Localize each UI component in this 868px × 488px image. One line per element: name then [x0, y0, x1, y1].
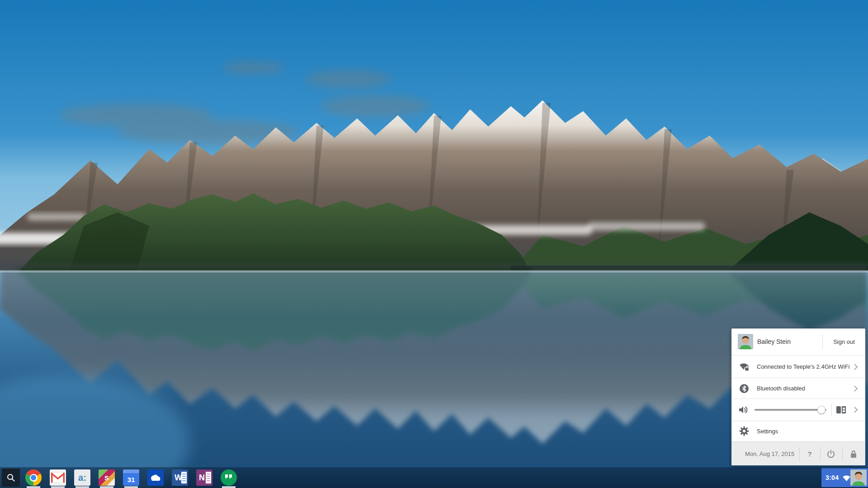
onenote-icon: N — [196, 469, 212, 486]
running-indicator — [222, 486, 236, 488]
help-button[interactable]: ? — [801, 442, 819, 466]
user-row: Bailey Stein Sign out — [731, 328, 865, 355]
word-icon: W — [172, 469, 188, 486]
volume-row — [731, 399, 865, 421]
slack-glyph: s — [104, 473, 109, 483]
bluetooth-row[interactable]: Bluetooth disabled — [731, 378, 865, 399]
shelf-app-chrome[interactable] — [24, 469, 42, 487]
user-avatar — [738, 334, 753, 349]
chevron-right-icon — [854, 385, 858, 392]
anydo-icon: a: — [74, 469, 90, 486]
divider — [842, 447, 843, 460]
google-calendar-icon: 31 — [123, 469, 139, 486]
launcher-button[interactable] — [2, 469, 20, 487]
running-indicator — [100, 486, 113, 488]
clock: 3:04 — [826, 474, 839, 481]
bluetooth-label: Bluetooth disabled — [757, 385, 805, 392]
date-label: Mon, Aug 17, 2015 — [745, 450, 794, 457]
tray-avatar — [850, 469, 867, 486]
running-indicator — [51, 486, 65, 488]
running-indicator — [75, 486, 89, 488]
anydo-glyph-a: a — [78, 473, 83, 483]
chrome-icon — [25, 469, 42, 486]
wifi-secured-icon — [739, 362, 750, 371]
speaker-icon — [738, 405, 748, 414]
settings-label: Settings — [757, 428, 778, 435]
volume-slider[interactable] — [755, 409, 826, 411]
onenote-glyph: N — [199, 473, 205, 483]
shelf-app-hangouts[interactable] — [220, 469, 238, 487]
shelf-app-word[interactable]: W — [171, 469, 189, 487]
bluetooth-icon — [739, 384, 749, 394]
gear-icon — [739, 426, 749, 436]
shelf-app-calendar[interactable]: 31 — [122, 469, 140, 487]
status-menu-popup: Bailey Stein Sign out Connected to Teepl… — [731, 328, 865, 465]
calendar-day-number: 31 — [127, 473, 135, 486]
shelf-apps: a: s 31 — [24, 469, 238, 487]
search-icon — [6, 473, 15, 482]
divider — [831, 404, 832, 416]
lock-screen-button[interactable] — [844, 442, 863, 466]
shelf-app-slack[interactable]: s — [98, 469, 116, 487]
power-icon — [826, 450, 835, 459]
settings-row[interactable]: Settings — [731, 421, 865, 441]
gmail-icon — [50, 469, 66, 486]
anydo-glyph-colon: : — [83, 473, 86, 483]
desktop: a: s 31 — [0, 0, 868, 488]
shelf-app-onedrive[interactable] — [146, 469, 165, 487]
slack-icon: s — [99, 469, 115, 486]
popup-footer: Mon, Aug 17, 2015 ? — [731, 441, 865, 465]
audio-output-device-button[interactable] — [836, 405, 847, 416]
running-indicator — [27, 486, 40, 488]
chevron-right-icon — [854, 363, 858, 371]
system-tray-button[interactable]: 3:04 — [821, 468, 868, 487]
shutdown-button[interactable] — [822, 442, 840, 466]
user-name: Bailey Stein — [757, 338, 791, 345]
hangouts-icon — [221, 469, 237, 486]
network-row[interactable]: Connected to Teeple's 2.4GHz WiFi — [731, 356, 865, 378]
divider — [799, 447, 800, 460]
volume-slider-knob[interactable] — [817, 406, 826, 414]
onedrive-icon — [147, 469, 164, 486]
chevron-right-icon — [854, 406, 858, 413]
divider — [820, 447, 821, 460]
shelf-app-gmail[interactable] — [49, 469, 67, 487]
audio-output-device-icon — [836, 405, 847, 415]
shelf: a: s 31 — [0, 467, 868, 488]
shelf-app-anydo[interactable]: a: — [73, 469, 91, 487]
sign-out-button[interactable]: Sign out — [823, 328, 865, 355]
shelf-app-onenote[interactable]: N — [195, 469, 213, 487]
lock-icon — [849, 450, 858, 459]
running-indicator — [124, 486, 138, 488]
network-label: Connected to Teeple's 2.4GHz WiFi — [757, 363, 849, 370]
